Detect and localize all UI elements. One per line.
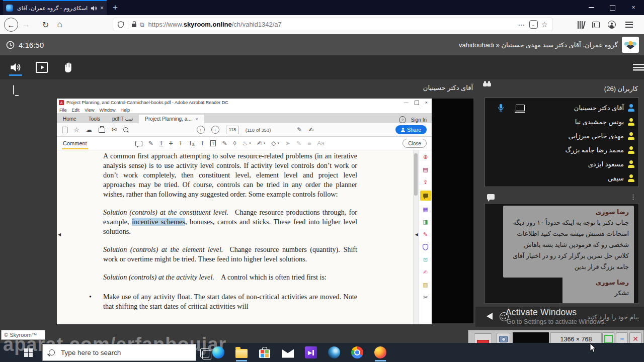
audio-tool-button[interactable] — [9, 60, 22, 75]
acrobat-title-bar[interactable]: A Project Planning, and Control-Carmicha… — [57, 99, 432, 107]
sign-in-link[interactable]: Sign In — [411, 117, 427, 123]
acrobat-minimize-icon[interactable]: — — [404, 100, 409, 105]
fill-sign-tool-icon[interactable]: ✎ — [422, 230, 430, 238]
help-icon[interactable]: ? — [399, 116, 406, 123]
left-panel-toggle-icon[interactable]: ◀ — [58, 232, 61, 237]
acrobat-restore-icon[interactable] — [415, 101, 419, 105]
home-button[interactable]: ⌂ — [57, 20, 62, 30]
new-tab-button[interactable]: + — [107, 0, 124, 15]
forward-button[interactable]: → — [22, 20, 30, 29]
sidebar-toggle-icon[interactable] — [592, 22, 600, 28]
menu-edit[interactable]: Edit — [72, 108, 80, 113]
stamp-tool-icon[interactable]: ⊡ — [422, 255, 430, 263]
lock-icon[interactable] — [132, 24, 136, 27]
raise-hand-button[interactable] — [61, 60, 74, 75]
window-close-icon[interactable]: × — [623, 0, 644, 15]
participant-row[interactable]: آقای دکتر حسینیان — [489, 101, 634, 115]
tab-document-active[interactable]: Project Planning, a... × — [139, 115, 204, 123]
stamp-caret-icon[interactable]: ▾ — [249, 141, 251, 145]
menu-window[interactable]: Window — [99, 108, 115, 113]
tab-pdf-plugin[interactable]: ثبت pdfIT — [106, 115, 139, 123]
window-restore-icon[interactable] — [602, 0, 623, 15]
taskbar-file-explorer-icon[interactable] — [235, 346, 248, 359]
insert-text-icon[interactable]: Ŧ — [179, 140, 182, 147]
taskbar-blue-app-icon[interactable] — [328, 346, 341, 359]
signature-icon[interactable]: ✍ — [257, 140, 262, 147]
combine-files-tool-icon[interactable]: ▤ — [422, 165, 430, 173]
tab-close-icon[interactable]: × — [100, 5, 104, 12]
media-player-tool-button[interactable] — [35, 60, 48, 75]
window-minimize-icon[interactable] — [581, 0, 602, 15]
next-page-icon[interactable]: ↓ — [211, 126, 219, 134]
tools-panel-toggle-icon[interactable]: ◀ — [415, 232, 418, 237]
favorite-star-icon[interactable]: ☆ — [74, 126, 79, 133]
participant-row[interactable]: محمد رضا جامه بزرگ — [489, 143, 634, 157]
email-icon[interactable]: ✉ — [112, 126, 117, 133]
create-pdf-tool-icon[interactable]: ⊕ — [422, 153, 430, 161]
participant-row[interactable]: سیفی — [489, 171, 634, 185]
page-number-field[interactable]: 118 — [226, 126, 239, 134]
permissions-icon[interactable]: ⧉ — [140, 21, 145, 28]
tab-audio-speaker-icon[interactable] — [91, 5, 97, 12]
find-icon[interactable] — [123, 127, 128, 132]
eraser-icon[interactable]: ◊ — [233, 140, 236, 147]
cloud-upload-icon[interactable]: ☁ — [86, 126, 92, 133]
participants-list[interactable]: آقای دکتر حسینیان یونس جمشیدی نیا مهدی ح… — [485, 98, 639, 187]
search-input[interactable] — [60, 348, 190, 357]
underline-text-icon[interactable]: T — [159, 140, 163, 147]
strikethrough-text-icon[interactable]: T — [169, 140, 173, 147]
more-tools-icon[interactable]: ✂ — [422, 293, 430, 301]
pdf-scrollbar-thumb[interactable] — [414, 153, 418, 196]
menu-file[interactable]: File — [59, 108, 67, 113]
skyroom-menu-icon[interactable] — [633, 64, 644, 71]
url-bar[interactable]: ⧉ https://www.skyroom.online/ch/vahid134… — [113, 18, 552, 31]
page-actions-icon[interactable]: ⋯ — [518, 21, 526, 29]
add-text-icon[interactable]: T — [201, 140, 204, 147]
highlight-text-icon[interactable]: ✎ — [148, 140, 153, 147]
start-button[interactable] — [24, 348, 33, 357]
fill-sign-icon[interactable]: ✍ — [308, 126, 313, 133]
text-box-icon[interactable]: T — [210, 140, 216, 146]
protect-tool-icon[interactable] — [422, 243, 430, 251]
reload-button[interactable]: ↻ — [42, 20, 49, 30]
draw-tool-icon[interactable]: ✎ — [222, 140, 227, 147]
participant-row[interactable]: مهدی حاجی میرزایی — [489, 129, 634, 143]
send-message-icon[interactable] — [487, 313, 493, 320]
taskbar-kmplayer-icon[interactable]: ▶ — [304, 346, 317, 359]
library-icon[interactable] — [577, 21, 585, 29]
menu-help[interactable]: Help — [120, 108, 130, 113]
participant-row[interactable]: یونس جمشیدی نیا — [489, 115, 634, 129]
tab-tools[interactable]: Tools — [83, 115, 106, 123]
pocket-icon[interactable]: ⌄ — [529, 20, 538, 29]
convert-tool-icon[interactable]: ▥ — [422, 281, 430, 289]
pdf-selected-text[interactable]: incentive schemes — [132, 218, 185, 226]
browser-menu-icon[interactable] — [625, 22, 633, 28]
pdf-document-area[interactable]: A common first approach attempting to so… — [57, 150, 432, 324]
taskbar-chrome-icon[interactable] — [351, 346, 364, 359]
close-comment-button[interactable]: Close — [403, 139, 427, 148]
pdf-scrollbar[interactable] — [413, 150, 419, 324]
taskbar-firefox-icon[interactable] — [374, 346, 387, 359]
acrobat-close-icon[interactable]: × — [425, 100, 428, 105]
previous-page-icon[interactable]: ↑ — [197, 126, 205, 134]
chat-message-list[interactable]: رضا سوری جناب دکتر با توجه به اینکه حدود… — [485, 203, 639, 304]
account-icon[interactable] — [608, 21, 616, 29]
edit-pdf-tool-icon[interactable]: ◨ — [422, 218, 430, 226]
bookmark-star-icon[interactable]: ☆ — [541, 20, 548, 29]
taskbar-store-icon[interactable] — [258, 346, 271, 359]
comment-tool-icon-active[interactable] — [420, 191, 431, 201]
shapes-icon[interactable]: ◇ — [271, 140, 276, 147]
tracking-shield-icon[interactable] — [117, 21, 124, 28]
annotate-pen-icon[interactable]: ✎ — [297, 126, 302, 133]
task-view-icon[interactable] — [200, 348, 209, 357]
back-button[interactable]: ← — [4, 18, 18, 32]
sticky-note-icon[interactable] — [135, 141, 142, 146]
stamp-icon[interactable]: ♨ — [242, 140, 248, 147]
browser-tab-skyroom[interactable]: اسکای‌روم - گروه عمران، آقای × — [3, 0, 107, 15]
tab-home[interactable]: Home — [57, 115, 83, 123]
taskbar-edge-icon[interactable] — [212, 346, 225, 359]
organize-pages-tool-icon[interactable]: ▦ — [422, 205, 430, 213]
signature-caret-icon[interactable]: ▾ — [264, 141, 266, 145]
tab-document-close-icon[interactable]: × — [196, 117, 198, 122]
replace-text-icon[interactable]: Tₐ — [189, 140, 195, 147]
